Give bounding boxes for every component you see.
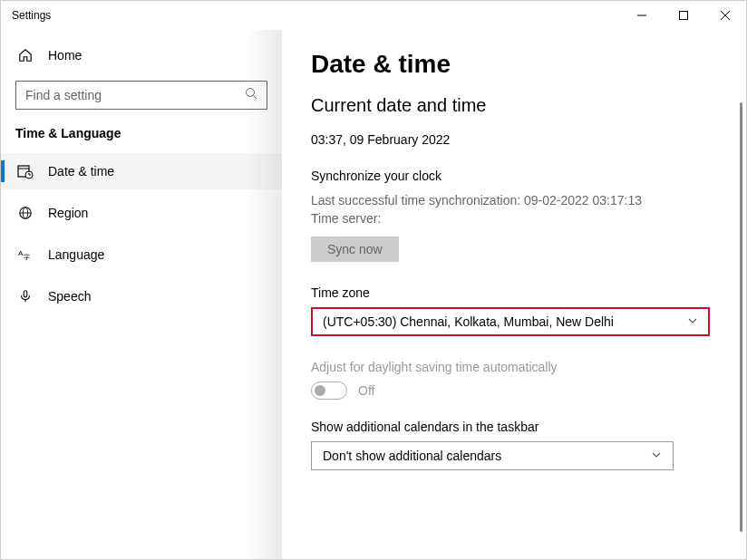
dst-label: Adjust for daylight saving time automati… [311, 360, 717, 374]
sync-now-button: Sync now [311, 237, 399, 262]
svg-rect-1 [680, 12, 688, 20]
dst-toggle: Off [311, 381, 717, 400]
page-title: Date & time [311, 50, 717, 79]
home-icon [17, 47, 34, 63]
microphone-icon [17, 288, 34, 304]
svg-text:A: A [18, 249, 24, 257]
minimize-button[interactable] [621, 1, 663, 30]
additional-calendars-value: Don't show additional calendars [323, 449, 501, 463]
calendar-clock-icon [17, 163, 34, 179]
home-nav[interactable]: Home [1, 37, 282, 73]
globe-icon [17, 205, 34, 221]
main-content: Date & time Current date and time 03:37,… [282, 30, 746, 559]
additional-calendars-dropdown[interactable]: Don't show additional calendars [311, 441, 674, 470]
svg-text:字: 字 [24, 254, 30, 261]
nav-date-time[interactable]: Date & time [1, 153, 282, 189]
section-title: Time & Language [1, 126, 282, 140]
sidebar: Home Time & Language Date & time Region … [1, 30, 282, 559]
window-title: Settings [12, 9, 51, 22]
toggle-track [311, 381, 347, 400]
nav-label: Language [48, 247, 104, 262]
svg-line-5 [254, 96, 257, 100]
home-label: Home [48, 48, 82, 63]
svg-point-4 [247, 89, 255, 97]
nav-language[interactable]: A字 Language [1, 237, 282, 273]
sync-last-success: Last successful time synchronization: 09… [311, 192, 717, 210]
scrollbar[interactable] [740, 102, 742, 532]
nav-region[interactable]: Region [1, 195, 282, 231]
timezone-value: (UTC+05:30) Chennai, Kolkata, Mumbai, Ne… [323, 314, 614, 329]
timezone-label: Time zone [311, 285, 717, 300]
nav-label: Region [48, 206, 88, 220]
chevron-down-icon [687, 314, 698, 329]
search-icon [245, 87, 257, 103]
sync-heading: Synchronize your clock [311, 169, 717, 183]
sync-server: Time server: [311, 210, 717, 228]
close-button[interactable] [704, 1, 746, 30]
maximize-button[interactable] [663, 1, 704, 30]
toggle-thumb [315, 385, 325, 396]
chevron-down-icon [651, 449, 662, 463]
current-datetime-heading: Current date and time [311, 95, 717, 116]
nav-label: Speech [48, 289, 91, 304]
dst-state: Off [358, 383, 374, 398]
current-datetime-value: 03:37, 09 February 2022 [311, 132, 717, 147]
svg-rect-16 [24, 291, 27, 297]
search-field[interactable] [25, 88, 245, 102]
language-icon: A字 [17, 246, 34, 263]
timezone-dropdown[interactable]: (UTC+05:30) Chennai, Kolkata, Mumbai, Ne… [311, 307, 710, 336]
search-input[interactable] [15, 81, 267, 110]
nav-label: Date & time [48, 164, 114, 179]
additional-calendars-label: Show additional calendars in the taskbar [311, 420, 717, 434]
nav-speech[interactable]: Speech [1, 278, 282, 314]
